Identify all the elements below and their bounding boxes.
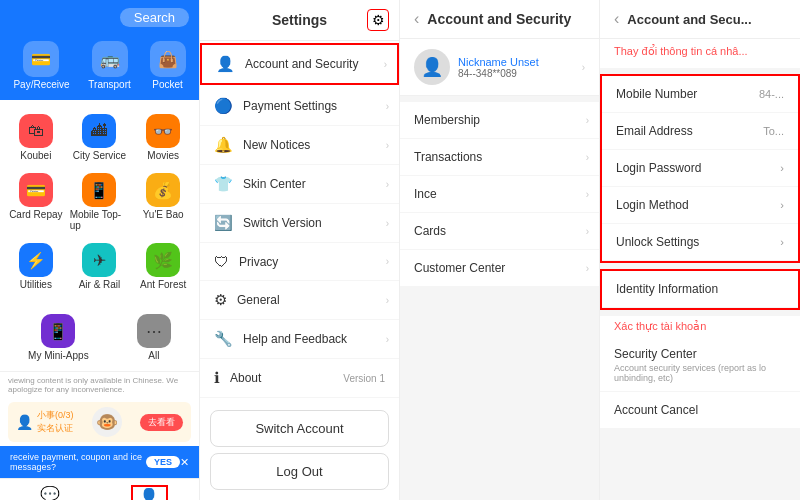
security-center-item[interactable]: Security Center Account security service… [600, 339, 800, 392]
help-icon: 🔧 [214, 330, 233, 348]
security-header: ‹ Account and Secu... [600, 0, 800, 39]
all-item[interactable]: ⋯ All [135, 308, 173, 367]
user-info-row[interactable]: 👤 Nickname Unset 84--348**089 › [400, 39, 599, 96]
grid-topup[interactable]: 📱 Mobile Top-up [68, 167, 132, 237]
yuebao-icon: 💰 [146, 173, 180, 207]
notification-text: receive payment, coupon and ice messages… [10, 452, 146, 472]
skin-icon: 👕 [214, 175, 233, 193]
grid-city[interactable]: 🏙 City Service [68, 108, 132, 167]
user-details: Nickname Unset 84--348**089 [458, 56, 574, 79]
top-icon-pocket[interactable]: 👜 Pocket [150, 41, 186, 90]
mini-apps-item[interactable]: 📱 My Mini-Apps [26, 308, 91, 367]
nav-message[interactable]: 💬 Message [31, 485, 68, 500]
settings-title: Settings [272, 12, 327, 28]
identity-info-item[interactable]: Identity Information [602, 271, 798, 308]
grid-utilities[interactable]: ⚡ Utilities [4, 237, 68, 296]
security-subtitle: Thay đổi thông tin cá nhâ... [600, 39, 800, 74]
menu-item-skin[interactable]: 👕 Skin Center › [200, 165, 399, 204]
pocket-icon: 👜 [150, 41, 186, 77]
top-icons-row: 💳 Pay/Receive 🚌 Transport 👜 Pocket [0, 35, 199, 100]
version-number: Version 1 [343, 373, 385, 384]
menu-ince[interactable]: Ince › [400, 176, 599, 213]
grid-card-repay[interactable]: 💳 Card Repay [4, 167, 68, 237]
top-icon-pay[interactable]: 💳 Pay/Receive [13, 41, 69, 90]
menu-transactions[interactable]: Transactions › [400, 139, 599, 176]
chevron-icon: › [586, 263, 589, 274]
search-button[interactable]: Search [120, 8, 189, 27]
login-password-item[interactable]: Login Password › [602, 150, 798, 187]
grid-movies[interactable]: 👓 Movies [131, 108, 195, 167]
version-icon: 🔄 [214, 214, 233, 232]
mini-apps-row: 📱 My Mini-Apps ⋯ All [0, 304, 199, 372]
logout-button[interactable]: Log Out [210, 453, 389, 490]
account-cancel-item[interactable]: Account Cancel [600, 392, 800, 428]
skin-label: Skin Center [243, 177, 306, 191]
menu-item-account-security[interactable]: 👤 Account and Security › [200, 43, 399, 85]
topup-icon: 📱 [82, 173, 116, 207]
kyc-banner[interactable]: 👤 小事(0/3) 实名认证 🐵 去看看 [8, 402, 191, 442]
yes-button[interactable]: YES [146, 456, 180, 468]
grid-air-rail[interactable]: ✈ Air & Rail [68, 237, 132, 296]
personal-info-section: Mobile Number 84-... Email Address To...… [600, 74, 800, 263]
utilities-icon: ⚡ [19, 243, 53, 277]
top-icon-transport[interactable]: 🚌 Transport [88, 41, 130, 90]
switch-account-button[interactable]: Switch Account [210, 410, 389, 447]
promo-image: 🐵 [92, 407, 122, 437]
login-method-item[interactable]: Login Method › [602, 187, 798, 224]
chevron-icon: › [386, 256, 389, 267]
chevron-icon: › [386, 295, 389, 306]
security-center-desc: Account security services (report as lo … [614, 363, 786, 383]
search-bar: Search [0, 0, 199, 35]
menu-item-help[interactable]: 🔧 Help and Feedback › [200, 320, 399, 359]
general-label: General [237, 293, 280, 307]
chevron-icon: › [386, 140, 389, 151]
task-label: 小事(0/3) [37, 409, 74, 422]
menu-item-version[interactable]: 🔄 Switch Version › [200, 204, 399, 243]
identity-section: Identity Information [600, 269, 800, 310]
security-title: Account and Secu... [627, 12, 751, 27]
menu-item-about[interactable]: ℹ About Version 1 [200, 359, 399, 398]
nav-account[interactable]: 👤 Account [131, 485, 168, 500]
payment-label: Payment Settings [243, 99, 337, 113]
notices-label: New Notices [243, 138, 310, 152]
grid-yuebao[interactable]: 💰 Yu'E Bao [131, 167, 195, 237]
back-icon[interactable]: ‹ [414, 10, 419, 28]
panel-security: ‹ Account and Secu... Thay đổi thông tin… [600, 0, 800, 500]
mobile-number-item[interactable]: Mobile Number 84-... [602, 76, 798, 113]
security-back-icon[interactable]: ‹ [614, 10, 619, 28]
menu-item-general[interactable]: ⚙ General › [200, 281, 399, 320]
account-menu-section: Membership › Transactions › Ince › Cards… [400, 102, 599, 287]
go-button[interactable]: 去看看 [140, 414, 183, 431]
grid-koubei[interactable]: 🛍 Koubei [4, 108, 68, 167]
card-repay-icon: 💳 [19, 173, 53, 207]
close-notification-icon[interactable]: ✕ [180, 456, 189, 469]
chevron-icon: › [586, 115, 589, 126]
user-row-arrow: › [582, 62, 585, 73]
menu-cards[interactable]: Cards › [400, 213, 599, 250]
gear-button[interactable]: ⚙ [367, 9, 389, 31]
unlock-settings-item[interactable]: Unlock Settings › [602, 224, 798, 261]
account-screen-title: Account and Security [427, 11, 571, 27]
grid-ant-forest[interactable]: 🌿 Ant Forest [131, 237, 195, 296]
panel-settings: Settings ⚙ 👤 Account and Security › 🔵 Pa… [200, 0, 400, 500]
chevron-icon: › [586, 226, 589, 237]
gear-icon: ⚙ [372, 12, 385, 28]
email-address-item[interactable]: Email Address To... [602, 113, 798, 150]
about-label: About [230, 371, 261, 385]
user-nickname: Nickname Unset [458, 56, 574, 68]
menu-membership[interactable]: Membership › [400, 102, 599, 139]
user-avatar: 👤 [414, 49, 450, 85]
chevron-icon: › [586, 189, 589, 200]
grid-icons: 🛍 Koubei 🏙 City Service 👓 Movies 💳 Card … [0, 100, 199, 304]
notices-icon: 🔔 [214, 136, 233, 154]
menu-item-payment[interactable]: 🔵 Payment Settings › [200, 87, 399, 126]
account-security-icon: 👤 [216, 55, 235, 73]
menu-item-notices[interactable]: 🔔 New Notices › [200, 126, 399, 165]
notification-bar: receive payment, coupon and ice messages… [0, 446, 199, 478]
menu-customer-center[interactable]: Customer Center › [400, 250, 599, 287]
chevron-icon: › [586, 152, 589, 163]
security-center-title: Security Center [614, 347, 786, 361]
pay-icon: 💳 [23, 41, 59, 77]
menu-item-privacy[interactable]: 🛡 Privacy › [200, 243, 399, 281]
account-nav-icon: 👤 [139, 487, 159, 500]
